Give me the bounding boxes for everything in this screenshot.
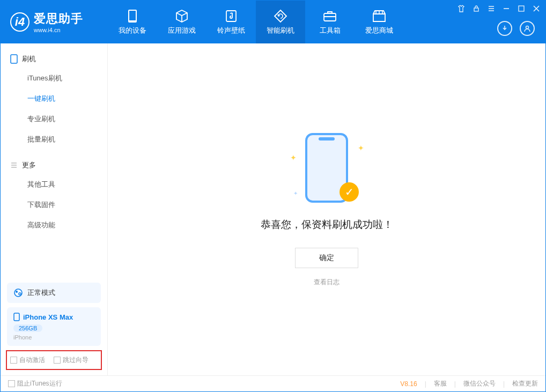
shirt-icon[interactable] [456, 4, 466, 13]
svg-rect-3 [324, 13, 336, 21]
device-icon [125, 9, 140, 24]
toolbox-icon [322, 9, 337, 24]
wechat-link[interactable]: 微信公众号 [463, 379, 496, 388]
block-itunes-checkbox[interactable]: 阻止iTunes运行 [8, 379, 62, 388]
cube-icon [174, 9, 189, 24]
highlighted-options: 自动激活 跳过向导 [6, 350, 102, 370]
nav-store[interactable]: 爱思商城 [355, 1, 404, 43]
store-icon [372, 9, 387, 24]
app-header: i4 爱思助手 www.i4.cn 我的设备 应用游戏 铃声壁纸 智能刷机 工具… [1, 1, 545, 43]
svg-rect-11 [14, 313, 19, 321]
logo-icon: i4 [10, 12, 29, 32]
maximize-icon[interactable] [517, 4, 526, 13]
sidebar-item-oneclick-flash[interactable]: 一键刷机 [1, 88, 107, 109]
download-button[interactable] [497, 21, 512, 36]
svg-rect-5 [519, 6, 524, 11]
svg-rect-7 [11, 55, 17, 63]
version-label: V8.16 [400, 380, 417, 388]
user-button[interactable] [520, 21, 535, 36]
svg-point-9 [16, 291, 18, 293]
nav-my-device[interactable]: 我的设备 [108, 1, 157, 43]
window-controls [456, 4, 541, 13]
mode-box[interactable]: 正常模式 [7, 283, 101, 303]
nav-toolbox[interactable]: 工具箱 [305, 1, 355, 43]
svg-rect-1 [129, 11, 136, 20]
svg-point-10 [19, 293, 21, 295]
list-icon [10, 161, 18, 169]
svg-point-8 [14, 289, 22, 297]
svg-point-6 [526, 26, 529, 29]
update-link[interactable]: 检查更新 [512, 379, 538, 388]
minimize-icon[interactable] [501, 4, 511, 13]
device-name: iPhone XS Max [23, 313, 73, 321]
menu-icon[interactable] [486, 4, 496, 13]
success-illustration: ✓ ✦ ✦ ✦ [289, 132, 364, 207]
sidebar-item-advanced[interactable]: 高级功能 [1, 215, 107, 235]
app-title: 爱思助手 [34, 11, 83, 27]
nav-apps[interactable]: 应用游戏 [157, 1, 206, 43]
mode-label: 正常模式 [27, 288, 55, 298]
sidebar-item-pro-flash[interactable]: 专业刷机 [1, 109, 107, 129]
device-box[interactable]: iPhone XS Max 256GB iPhone [7, 307, 101, 346]
success-message: 恭喜您，保资料刷机成功啦！ [261, 218, 393, 232]
phone-icon [10, 54, 18, 64]
ok-button[interactable]: 确定 [295, 248, 358, 268]
sidebar-item-download-firmware[interactable]: 下载固件 [1, 195, 107, 215]
sidebar: 刷机 iTunes刷机 一键刷机 专业刷机 批量刷机 更多 其他工具 下载固件 … [1, 43, 108, 375]
sparkle-icon: ✦ [290, 153, 297, 162]
sidebar-item-other-tools[interactable]: 其他工具 [1, 174, 107, 195]
service-link[interactable]: 客服 [434, 379, 447, 388]
sidebar-section-flash: 刷机 [1, 50, 107, 68]
nav-ringtone[interactable]: 铃声壁纸 [206, 1, 256, 43]
refresh-icon [273, 9, 288, 24]
main-nav: 我的设备 应用游戏 铃声壁纸 智能刷机 工具箱 爱思商城 [108, 1, 404, 43]
device-capacity: 256GB [13, 324, 42, 332]
check-icon: ✓ [340, 182, 359, 202]
main-content: ✓ ✦ ✦ ✦ 恭喜您，保资料刷机成功啦！ 确定 查看日志 [108, 43, 545, 375]
lock-icon[interactable] [471, 4, 481, 13]
nav-flash[interactable]: 智能刷机 [256, 1, 305, 43]
sidebar-item-batch-flash[interactable]: 批量刷机 [1, 129, 107, 150]
view-log-link[interactable]: 查看日志 [314, 278, 340, 287]
device-type: iPhone [13, 334, 94, 341]
mode-icon [13, 288, 23, 298]
app-subtitle: www.i4.cn [34, 27, 83, 33]
skip-guide-checkbox[interactable]: 跳过向导 [54, 356, 88, 365]
svg-rect-4 [474, 8, 478, 11]
header-right-buttons [497, 21, 535, 36]
footer: 阻止iTunes运行 V8.16 | 客服 | 微信公众号 | 检查更新 [1, 375, 545, 391]
close-icon[interactable] [532, 4, 541, 13]
sidebar-section-more: 更多 [1, 156, 107, 174]
sidebar-item-itunes-flash[interactable]: iTunes刷机 [1, 68, 107, 88]
device-phone-icon [13, 313, 20, 321]
auto-activate-checkbox[interactable]: 自动激活 [10, 356, 45, 365]
music-icon [224, 9, 239, 24]
sparkle-icon: ✦ [293, 190, 298, 196]
sparkle-icon: ✦ [358, 144, 364, 152]
logo-area: i4 爱思助手 www.i4.cn [1, 11, 108, 33]
